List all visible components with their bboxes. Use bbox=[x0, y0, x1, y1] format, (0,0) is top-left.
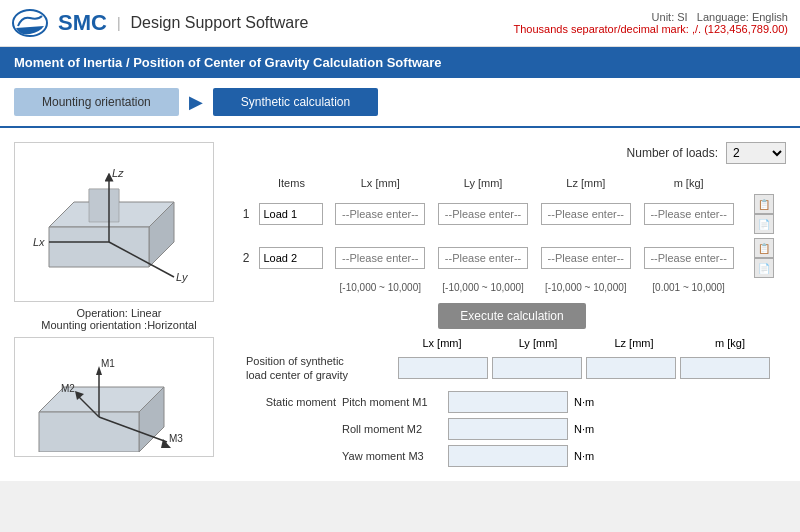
load2-lz-input[interactable] bbox=[541, 247, 631, 269]
load1-lx-input[interactable] bbox=[335, 203, 425, 225]
range-row: [-10,000 ~ 10,000] [-10,000 ~ 10,000] [-… bbox=[238, 280, 786, 295]
position-gravity-row: Position of syntheticload center of grav… bbox=[238, 354, 786, 383]
row2-ly-cell bbox=[432, 236, 535, 280]
roll-moment-input[interactable] bbox=[448, 418, 568, 440]
results-header: Lx [mm] Ly [mm] Lz [mm] m [kg] bbox=[238, 337, 786, 349]
unit-language: Unit: SI Language: English bbox=[513, 11, 788, 23]
yaw-moment-label: Yaw moment M3 bbox=[342, 450, 442, 462]
table-row: 1 bbox=[238, 192, 786, 236]
row1-name-cell bbox=[254, 192, 329, 236]
loads-table: Items Lx [mm] Ly [mm] Lz [mm] m [kg] 1 bbox=[238, 174, 786, 295]
num-loads-row: Number of loads: 1 2 3 4 5 bbox=[238, 142, 786, 164]
load2-lx-input[interactable] bbox=[335, 247, 425, 269]
logo-area: SMC | Design Support Software bbox=[12, 8, 308, 38]
col-items-header: Items bbox=[254, 174, 329, 192]
results-col-lz: Lz [mm] bbox=[586, 337, 682, 349]
num-loads-select[interactable]: 1 2 3 4 5 bbox=[726, 142, 786, 164]
range-m: [0.001 ~ 10,000] bbox=[637, 280, 740, 295]
svg-text:Lx: Lx bbox=[33, 236, 45, 248]
yaw-unit: N·m bbox=[574, 450, 594, 462]
col-num-header bbox=[238, 174, 254, 192]
left-panel: Lz Lx Ly Operation: Linear Mounting orie… bbox=[14, 142, 224, 467]
steps-bar: Mounting orientation ▶ Synthetic calcula… bbox=[0, 78, 800, 128]
load2-m-input[interactable] bbox=[644, 247, 734, 269]
pitch-moment-label: Pitch moment M1 bbox=[342, 396, 442, 408]
range-ly: [-10,000 ~ 10,000] bbox=[432, 280, 535, 295]
main-content: Lz Lx Ly Operation: Linear Mounting orie… bbox=[0, 128, 800, 481]
header: SMC | Design Support Software Unit: SI L… bbox=[0, 0, 800, 47]
header-right: Unit: SI Language: English Thousands sep… bbox=[513, 11, 788, 35]
results-section: Lx [mm] Ly [mm] Lz [mm] m [kg] Position … bbox=[238, 337, 786, 467]
right-panel: Number of loads: 1 2 3 4 5 Items Lx [mm]… bbox=[238, 142, 786, 467]
load1-lz-input[interactable] bbox=[541, 203, 631, 225]
position-lz-input[interactable] bbox=[586, 357, 676, 379]
load1-m-input[interactable] bbox=[644, 203, 734, 225]
range-spacer bbox=[238, 280, 329, 295]
svg-text:M2: M2 bbox=[61, 383, 75, 394]
row1-ly-cell bbox=[432, 192, 535, 236]
row1-actions: 📋 📄 bbox=[740, 192, 786, 236]
row2-paste-btn[interactable]: 📄 bbox=[754, 258, 774, 278]
load1-name-input[interactable] bbox=[259, 203, 323, 225]
position-lx-input[interactable] bbox=[398, 357, 488, 379]
col-lx-header: Lx [mm] bbox=[329, 174, 432, 192]
smc-logo-icon bbox=[12, 8, 48, 38]
load2-ly-input[interactable] bbox=[438, 247, 528, 269]
app-title: Design Support Software bbox=[131, 14, 309, 32]
bottom-diagram: M1 M2 M3 bbox=[14, 337, 214, 457]
row2-name-cell bbox=[254, 236, 329, 280]
position-m-input[interactable] bbox=[680, 357, 770, 379]
results-col-ly: Ly [mm] bbox=[490, 337, 586, 349]
logo-divider: | bbox=[117, 15, 121, 31]
row2-num: 2 bbox=[238, 236, 254, 280]
pitch-moment-input[interactable] bbox=[448, 391, 568, 413]
yaw-moment-row: Yaw moment M3 N·m bbox=[238, 445, 786, 467]
row2-lx-cell bbox=[329, 236, 432, 280]
step-arrow-icon: ▶ bbox=[189, 91, 203, 113]
row1-lz-cell bbox=[534, 192, 637, 236]
row2-lz-cell bbox=[534, 236, 637, 280]
static-moment-label: Static moment bbox=[246, 396, 336, 408]
row1-paste-btn[interactable]: 📄 bbox=[754, 214, 774, 234]
svg-marker-3 bbox=[49, 227, 149, 267]
svg-text:Lz: Lz bbox=[112, 167, 124, 179]
col-actions-header bbox=[740, 174, 786, 192]
row1-m-cell bbox=[637, 192, 740, 236]
col-m-header: m [kg] bbox=[637, 174, 740, 192]
svg-marker-14 bbox=[39, 412, 139, 452]
execute-btn[interactable]: Execute calculation bbox=[438, 303, 585, 329]
range-lx: [-10,000 ~ 10,000] bbox=[329, 280, 432, 295]
page-title: Moment of Inertia / Position of Center o… bbox=[14, 55, 442, 70]
operation-text: Operation: Linear Mounting orientation :… bbox=[14, 307, 224, 331]
top-diagram: Lz Lx Ly bbox=[14, 142, 214, 302]
col-ly-header: Ly [mm] bbox=[432, 174, 535, 192]
svg-text:Ly: Ly bbox=[176, 271, 189, 283]
position-ly-input[interactable] bbox=[492, 357, 582, 379]
row2-m-cell bbox=[637, 236, 740, 280]
pitch-unit: N·m bbox=[574, 396, 594, 408]
results-col-m: m [kg] bbox=[682, 337, 778, 349]
load1-ly-input[interactable] bbox=[438, 203, 528, 225]
execute-row: Execute calculation bbox=[238, 303, 786, 329]
results-col-lx: Lx [mm] bbox=[394, 337, 490, 349]
linear-diagram-svg: Lz Lx Ly bbox=[19, 147, 209, 297]
col-lz-header: Lz [mm] bbox=[534, 174, 637, 192]
row2-actions: 📋 📄 bbox=[740, 236, 786, 280]
roll-moment-row: Roll moment M2 N·m bbox=[238, 418, 786, 440]
row2-copy-btn[interactable]: 📋 bbox=[754, 238, 774, 258]
table-row: 2 bbox=[238, 236, 786, 280]
row1-num: 1 bbox=[238, 192, 254, 236]
title-bar: Moment of Inertia / Position of Center o… bbox=[0, 47, 800, 78]
yaw-moment-input[interactable] bbox=[448, 445, 568, 467]
pitch-moment-row: Static moment Pitch moment M1 N·m bbox=[238, 391, 786, 413]
logo-text: SMC bbox=[58, 10, 107, 36]
step1-button[interactable]: Mounting orientation bbox=[14, 88, 179, 116]
load2-name-input[interactable] bbox=[259, 247, 323, 269]
svg-text:M3: M3 bbox=[169, 433, 183, 444]
row1-copy-btn[interactable]: 📋 bbox=[754, 194, 774, 214]
moment-diagram-svg: M1 M2 M3 bbox=[19, 342, 209, 452]
range-actions bbox=[740, 280, 786, 295]
step2-button[interactable]: Synthetic calculation bbox=[213, 88, 378, 116]
svg-text:M1: M1 bbox=[101, 358, 115, 369]
range-lz: [-10,000 ~ 10,000] bbox=[534, 280, 637, 295]
